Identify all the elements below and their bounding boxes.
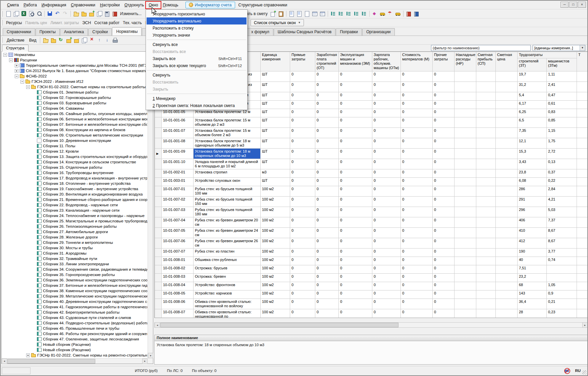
tree-item[interactable]: Новый сборник (Расценки) [2, 347, 147, 353]
cell-m[interactable]: 0 [401, 101, 433, 109]
cell-direct[interactable]: 0 [290, 217, 315, 228]
cell-ztm[interactable]: 0,37 [547, 169, 577, 178]
tree-item[interactable]: Сборник 01. Земляные работы [2, 90, 147, 95]
cell-extra[interactable] [577, 186, 588, 197]
tree-item[interactable]: Сборник 33. Линии электропередачи [2, 261, 147, 267]
copy-fragment-button[interactable] [269, 10, 277, 17]
cell-em[interactable]: 0 [339, 290, 372, 299]
cell-zt[interactable]: 6,17 [518, 101, 547, 109]
cell-sp[interactable] [476, 274, 496, 282]
open-windows-button[interactable]: Список открытых окон ▼ [251, 19, 304, 26]
cell-unit[interactable]: 100 м2 [261, 290, 290, 299]
cell-m[interactable]: 0 [401, 274, 433, 282]
cell-zt[interactable]: 3,43 [518, 159, 547, 169]
folder-button[interactable] [49, 37, 57, 44]
cell-ot[interactable]: 0 [315, 249, 339, 257]
cell-code[interactable]: 10-01-007-06 [162, 238, 194, 249]
cell-direct[interactable]: 0 [290, 71, 315, 82]
tree-item[interactable]: Сборник 25. Магистральные и промысловые … [2, 218, 147, 224]
cell-price[interactable] [496, 82, 518, 92]
tree-item[interactable]: Новый сборник (Расценки) [2, 342, 147, 347]
header-labor-group[interactable]: Трудозатраты [518, 52, 577, 58]
cell-sp[interactable] [476, 290, 496, 299]
cell-ot[interactable]: 0 [315, 138, 339, 149]
cell-m[interactable]: 0 [401, 128, 433, 138]
cell-ztm[interactable] [547, 274, 577, 282]
search-button[interactable] [35, 10, 43, 17]
cell-unit[interactable]: 100 м2 [261, 309, 290, 318]
cell-other[interactable]: 0 [433, 159, 455, 169]
tree-item[interactable]: Территориальные сметные нормативы для Мо… [2, 63, 147, 68]
window-menu-item-arrange-icons[interactable]: Упорядочить значки [147, 32, 247, 39]
cell-extra[interactable] [577, 92, 588, 101]
cell-extra[interactable] [577, 178, 588, 186]
header-direct-costs[interactable]: Прямые затраты [290, 52, 315, 71]
tree-item[interactable]: Сборник 39. Металлические конструкции ги… [2, 293, 147, 299]
cell-ztm[interactable]: 8,67 [547, 228, 577, 238]
cell-other[interactable]: 0 [433, 274, 455, 282]
structure-tab[interactable]: Структура [2, 45, 29, 52]
cell-code[interactable]: 10-01-008-02 [162, 265, 194, 274]
cell-m[interactable]: 0 [401, 178, 433, 186]
cell-unit[interactable]: ШТ [261, 82, 290, 92]
cell-code[interactable]: 10-01-001-06 [162, 117, 194, 128]
close-button[interactable]: × [578, 2, 586, 8]
cell-direct[interactable]: 0 [290, 228, 315, 238]
cell-ot[interactable]: 0 [315, 101, 339, 109]
cell-m[interactable]: 0 [401, 238, 433, 249]
tree-item[interactable]: Сборник 23. Канализация - наружные сети [2, 208, 147, 213]
cell-otm[interactable]: 0 [372, 128, 401, 138]
cell-name[interactable]: Устройство: фронтонов [194, 282, 261, 290]
header-otm[interactable]: Зарплата рабочих, обслужив. машины (ОТм) [372, 52, 401, 71]
cell-nr[interactable] [455, 159, 476, 169]
cell-ztm[interactable]: 0,22 [547, 178, 577, 186]
tree-expander-icon[interactable] [9, 58, 13, 62]
tree-item[interactable]: Сборник 19. Газоснабжение - внутренние у… [2, 186, 147, 192]
cell-nr[interactable] [455, 109, 476, 117]
cell-ztm[interactable]: 0,9 [547, 290, 577, 299]
tree-item[interactable]: Сборник 24. Теплоснабжение и газопроводы… [2, 213, 147, 218]
cell-otm[interactable]: 0 [372, 238, 401, 249]
tree-item[interactable]: Сборник 04. Скважины [2, 106, 147, 111]
cell-unit[interactable]: 100 м2 [261, 282, 290, 290]
cell-direct[interactable]: 0 [290, 169, 315, 178]
cell-ztm[interactable]: 0,83 [547, 109, 577, 117]
cell-zt[interactable]: 5,4 [518, 92, 547, 101]
row-selector[interactable] [155, 217, 162, 228]
cell-direct[interactable]: 0 [290, 207, 315, 217]
scroll-left-icon[interactable]: ◄ [155, 322, 160, 328]
cell-m[interactable]: 0 [401, 138, 433, 149]
cell-em[interactable]: 0 [339, 169, 372, 178]
cell-sp[interactable] [476, 309, 496, 318]
cell-m[interactable]: 0 [401, 299, 433, 309]
cell-em[interactable]: 0 [339, 299, 372, 309]
cell-name[interactable]: Обивка стен кровельной сталью: неоцинков… [194, 299, 261, 309]
cell-otm[interactable]: 0 [372, 101, 401, 109]
tree-item[interactable]: Сборник 32. Трамвайные пути [2, 256, 147, 261]
cell-price[interactable] [496, 138, 518, 149]
cell-price[interactable] [496, 282, 518, 290]
tree-level-4-button[interactable] [353, 10, 360, 17]
tree-item[interactable]: Сборник 03. Буровзрывные работы [2, 100, 147, 106]
cell-sp[interactable] [476, 238, 496, 249]
cell-price[interactable] [496, 238, 518, 249]
cell-sp[interactable] [476, 82, 496, 92]
cell-em[interactable]: 0 [339, 217, 372, 228]
cell-zt[interactable]: 31,2 [518, 82, 547, 92]
cell-direct[interactable]: 0 [290, 186, 315, 197]
cell-m[interactable]: 0 [401, 282, 433, 290]
cell-other[interactable]: 0 [433, 92, 455, 101]
cell-m[interactable]: 0 [401, 149, 433, 159]
tree-item[interactable]: Сборник 45. Промышленные печи и трубы [2, 326, 147, 331]
cell-name[interactable]: Установка балок пролетом: 15 м объемом б… [194, 128, 261, 138]
book-red-button[interactable] [405, 10, 413, 17]
cell-sp[interactable] [476, 265, 496, 274]
tree-expander-icon[interactable] [20, 80, 24, 84]
row-selector[interactable] [155, 309, 162, 318]
cell-other[interactable]: 0 [433, 228, 455, 238]
cell-price[interactable] [496, 249, 518, 257]
cell-otm[interactable]: 0 [372, 169, 401, 178]
cell-nr[interactable] [455, 207, 476, 217]
cell-name[interactable]: Рубка стен: из бревен диаметром 20 см [194, 217, 261, 228]
cell-extra[interactable] [577, 71, 588, 82]
